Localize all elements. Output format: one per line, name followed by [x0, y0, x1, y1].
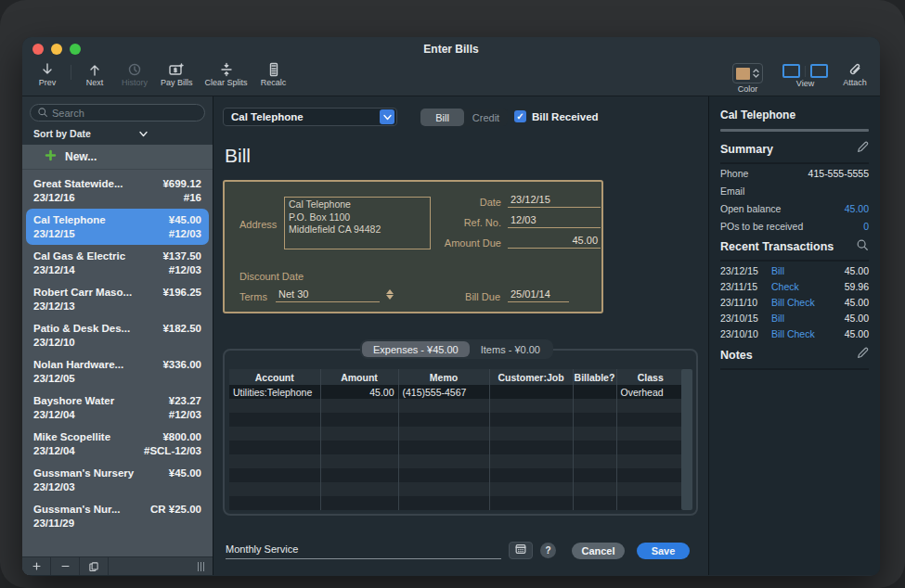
list-item[interactable]: Robert Carr Maso...¥196.25 23/12/13 — [22, 281, 213, 317]
traffic-lights — [32, 44, 81, 55]
line-items-table[interactable]: Account Amount Memo Customer:Job Billabl… — [229, 369, 684, 510]
tab-expenses[interactable]: Expenses - ¥45.00 — [362, 341, 470, 357]
transaction-row: 23/11/10 Bill Check 45.00 — [720, 297, 869, 308]
notes-section-header: Notes — [720, 347, 869, 363]
list-item[interactable]: Gussman's Nur...CR ¥25.00 23/11/29 — [22, 498, 213, 534]
new-bill-button[interactable]: New... — [22, 145, 213, 170]
bill-due-label: Bill Due — [438, 291, 500, 302]
combo-dropdown-button[interactable] — [380, 109, 394, 124]
minimize-button[interactable] — [51, 44, 62, 55]
date-label: Date — [401, 197, 501, 208]
terms-field[interactable]: Net 30 — [276, 288, 380, 302]
cancel-button[interactable]: Cancel — [572, 543, 625, 559]
table-row-empty[interactable] — [229, 454, 684, 468]
table-row-empty[interactable] — [229, 399, 684, 413]
ref-no-field[interactable]: 12/03 — [508, 214, 601, 228]
tab-items[interactable]: Items - ¥0.00 — [470, 341, 551, 357]
clear-splits-icon — [219, 62, 234, 77]
table-header-row: Account Amount Memo Customer:Job Billabl… — [229, 369, 684, 385]
edit-pencil-icon[interactable] — [856, 347, 869, 363]
bill-received-checkbox[interactable]: Bill Received — [514, 110, 599, 122]
search-box[interactable] — [30, 104, 205, 121]
transaction-row: 23/12/15 Bill 45.00 — [720, 265, 869, 276]
color-control[interactable]: Color — [732, 62, 763, 94]
remove-button[interactable] — [51, 557, 80, 575]
help-button[interactable] — [540, 543, 556, 558]
list-item[interactable]: Bayshore Water¥23.27 23/12/04#12/03 — [22, 390, 213, 426]
table-row-empty[interactable] — [229, 482, 684, 496]
enter-bills-window: Enter Bills Prev Next History Pay Bills … — [22, 37, 880, 576]
open-balance-link[interactable]: 45.00 — [845, 203, 869, 214]
recalc-button[interactable]: Recalc — [260, 62, 288, 87]
attach-button[interactable]: Attach — [841, 62, 869, 94]
doc-type-segmented: Bill Credit — [420, 109, 508, 126]
bill-due-field[interactable]: 25/01/14 — [508, 288, 569, 302]
date-field[interactable]: 23/12/15 — [508, 194, 601, 208]
add-button[interactable] — [22, 557, 51, 575]
calendar-icon — [514, 543, 527, 559]
summary-section-header: Summary — [720, 141, 869, 157]
search-input[interactable] — [52, 108, 198, 119]
sidebar-footer — [22, 556, 213, 575]
amount-due-field[interactable]: 45.00 — [508, 235, 601, 249]
next-button[interactable]: Next — [81, 62, 109, 87]
close-button[interactable] — [32, 44, 44, 55]
transaction-link[interactable]: Check — [771, 281, 845, 292]
calendar-button[interactable] — [509, 542, 533, 559]
ref-no-label: Ref. No. — [401, 217, 501, 228]
list-item[interactable]: Mike Scopellite¥800.00 23/12/04#SCL-12/0… — [22, 426, 213, 462]
transaction-link[interactable]: Bill Check — [771, 297, 845, 308]
summary-field: POs to be received 0 — [720, 221, 869, 232]
calculator-icon — [266, 62, 281, 77]
vendor-info-panel: Cal Telephone Summary Phone 415-555-5555… — [708, 96, 880, 575]
memo-field[interactable]: Monthly Service — [226, 543, 501, 559]
amount-due-label: Amount Due — [401, 237, 501, 249]
table-row-empty[interactable] — [229, 496, 684, 510]
list-item[interactable]: Nolan Hardware...¥336.00 23/12/05 — [22, 353, 213, 390]
plus-icon — [45, 149, 57, 164]
vendor-combobox[interactable]: Cal Telephone — [223, 108, 397, 126]
list-item[interactable]: Patio & Desk Des...¥182.50 23/12/10 — [22, 317, 213, 353]
table-row[interactable]: Utilities:Telephone 45.00 (415)555-4567 … — [229, 385, 684, 399]
transaction-row: 23/10/15 Bill 45.00 — [720, 313, 869, 324]
view-control[interactable]: View — [782, 62, 828, 94]
address-label: Address — [239, 219, 277, 230]
pay-bills-button[interactable]: Pay Bills — [161, 62, 193, 87]
transaction-link[interactable]: Bill — [771, 313, 845, 324]
sort-control[interactable]: Sort by Date — [33, 128, 201, 139]
summary-field: Email — [720, 185, 869, 197]
table-row-empty[interactable] — [229, 441, 684, 454]
list-item-selected[interactable]: Cal Telephone¥45.00 23/12/15#12/03 — [26, 209, 209, 245]
table-scrollbar[interactable] — [681, 369, 692, 510]
view-plain-icon — [810, 64, 828, 78]
list-item[interactable]: Cal Gas & Electric¥137.50 23/12/14#12/03 — [22, 245, 213, 281]
tab-credit[interactable]: Credit — [464, 109, 508, 126]
discount-date-label: Discount Date — [239, 271, 304, 282]
edit-pencil-icon[interactable] — [856, 141, 869, 157]
search-icon[interactable] — [856, 238, 869, 254]
list-item[interactable]: Gussman's Nursery¥45.00 23/12/03 — [22, 462, 213, 498]
duplicate-button[interactable] — [80, 557, 109, 575]
resize-handle[interactable] — [188, 557, 213, 575]
pos-link[interactable]: 0 — [863, 221, 869, 232]
panel-vendor-name: Cal Telephone — [720, 109, 869, 121]
arrow-up-icon — [87, 62, 102, 77]
bill-heading: Bill — [225, 145, 251, 167]
zoom-button[interactable] — [70, 44, 81, 55]
transaction-link[interactable]: Bill — [771, 265, 845, 276]
clear-splits-button[interactable]: Clear Splits — [205, 62, 248, 87]
list-item[interactable]: Great Statewide...¥699.12 23/12/16#16 — [22, 173, 213, 209]
transaction-link[interactable]: Bill Check — [771, 328, 845, 339]
paperclip-icon — [847, 62, 862, 77]
prev-button[interactable]: Prev — [33, 62, 61, 87]
terms-stepper[interactable] — [386, 289, 394, 300]
table-row-empty[interactable] — [229, 413, 684, 427]
history-button[interactable]: History — [121, 62, 149, 87]
table-row-empty[interactable] — [229, 468, 684, 482]
tab-bill[interactable]: Bill — [420, 109, 464, 126]
save-button[interactable]: Save — [637, 543, 690, 559]
titlebar: Enter Bills — [22, 37, 880, 61]
search-icon — [37, 105, 48, 121]
arrow-down-icon — [40, 62, 55, 77]
table-row-empty[interactable] — [229, 427, 684, 441]
